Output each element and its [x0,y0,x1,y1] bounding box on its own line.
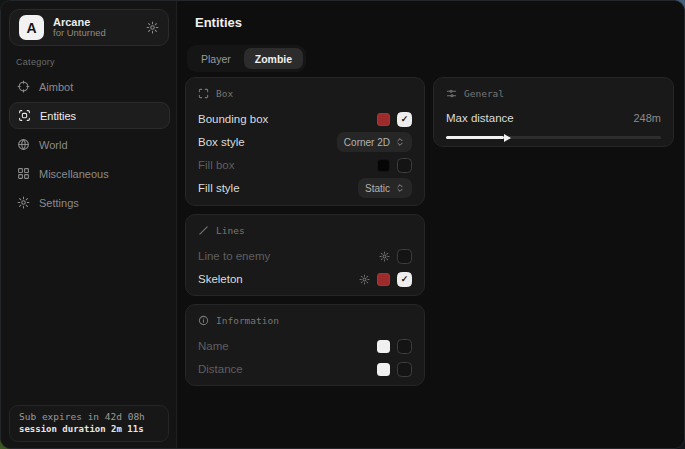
gear-icon [17,196,30,209]
sidebar-item-label: Aimbot [39,81,73,93]
information-card-header: Information [198,315,412,326]
sidebar-nav: Aimbot Entities World Miscellaneous [9,73,170,216]
slider-thumb[interactable] [504,134,511,142]
page-title: Entities [195,15,242,30]
setting-row-skeleton: Skeleton ✓ [198,268,412,290]
max-distance-slider[interactable] [446,136,661,139]
main-content: Entities Player Zombie Box Bounding box … [178,1,684,448]
checkbox[interactable] [397,339,412,354]
app-logo: A [19,15,44,40]
subscription-status-card: Sub expires in 42d 08h session duration … [9,405,169,442]
sidebar-item-label: Miscellaneous [39,168,109,180]
app-subtitle: for Unturned [53,28,137,39]
check-icon: ✓ [401,275,409,284]
gear-icon[interactable] [379,251,390,262]
color-swatch[interactable] [377,363,390,376]
tab-zombie[interactable]: Zombie [244,48,303,69]
entity-tabs: Player Zombie [187,45,306,72]
tab-player[interactable]: Player [190,48,242,69]
scan-entity-icon [18,109,31,122]
session-duration-text: session duration 2m 11s [19,424,159,434]
globe-icon [17,138,30,151]
setting-label: Bounding box [198,113,268,125]
setting-label: Distance [198,363,243,375]
chevrons-up-down-icon [395,137,405,147]
slider-label: Max distance [446,112,514,124]
checkbox[interactable] [397,158,412,173]
grid-icon [17,167,30,180]
diagonal-line-icon [198,225,209,236]
setting-row-distance: Distance [198,358,412,380]
lines-card-title: Lines [216,225,245,236]
box-card-header: Box [198,88,412,99]
select-value: Corner 2D [344,137,390,148]
setting-row-bounding-box: Bounding box ✓ [198,108,412,130]
setting-label: Skeleton [198,273,243,285]
general-card: General Max distance 248m [433,77,674,147]
crosshair-icon [17,80,30,93]
gear-icon[interactable] [146,21,159,34]
sidebar-item-label: Settings [39,197,79,209]
sidebar: A Arcane for Unturned Category Aimbot [1,1,177,448]
check-icon: ✓ [401,115,409,124]
box-card-title: Box [216,88,233,99]
slider-value: 248m [633,112,661,124]
sidebar-item-settings[interactable]: Settings [9,189,170,216]
info-icon [198,315,209,326]
information-card-title: Information [216,315,279,326]
setting-row-line-to-enemy: Line to enemy [198,245,412,267]
gear-icon[interactable] [359,274,370,285]
sidebar-item-label: Entities [40,110,76,122]
setting-label: Name [198,340,229,352]
select-value: Static [365,183,390,194]
setting-row-name: Name [198,335,412,357]
scan-corners-icon [198,88,209,99]
max-distance-row: Max distance 248m [446,108,661,128]
setting-row-box-style: Box style Corner 2D [198,131,412,153]
setting-row-fill-style: Fill style Static [198,177,412,199]
sidebar-item-aimbot[interactable]: Aimbot [9,73,170,100]
app-logo-letter: A [26,20,36,36]
slider-fill [446,136,504,139]
color-swatch[interactable] [377,113,390,126]
color-swatch[interactable] [377,273,390,286]
setting-label: Line to enemy [198,250,270,262]
general-card-header: General [446,88,661,99]
setting-label: Fill style [198,182,240,194]
setting-label: Box style [198,136,245,148]
color-swatch[interactable] [377,159,390,172]
checkbox[interactable]: ✓ [397,112,412,127]
app-title-block: Arcane for Unturned [53,16,137,40]
checkbox[interactable] [397,249,412,264]
chevrons-up-down-icon [395,183,405,193]
app-window: A Arcane for Unturned Category Aimbot [0,0,685,449]
sidebar-item-miscellaneous[interactable]: Miscellaneous [9,160,170,187]
box-style-select[interactable]: Corner 2D [337,132,412,152]
sliders-icon [446,88,457,99]
sidebar-item-entities[interactable]: Entities [9,102,170,129]
setting-row-fill-box: Fill box [198,154,412,176]
sub-expiry-text: Sub expires in 42d 08h [19,411,159,422]
lines-card-header: Lines [198,225,412,236]
sidebar-item-label: World [39,139,68,151]
category-label: Category [16,57,55,67]
box-card: Box Bounding box ✓ Box style Corner 2D [185,77,425,206]
color-swatch[interactable] [377,340,390,353]
general-card-title: General [464,88,504,99]
lines-card: Lines Line to enemy Skeleton [185,214,425,296]
app-header-card: A Arcane for Unturned [9,9,169,46]
checkbox[interactable] [397,362,412,377]
information-card: Information Name Distance [185,304,425,386]
sidebar-item-world[interactable]: World [9,131,170,158]
setting-label: Fill box [198,159,234,171]
fill-style-select[interactable]: Static [358,178,412,198]
checkbox[interactable]: ✓ [397,272,412,287]
